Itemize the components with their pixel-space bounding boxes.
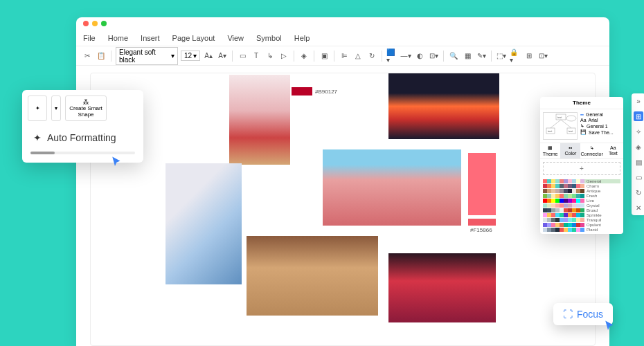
opacity-icon[interactable]: ◐ bbox=[414, 51, 425, 62]
canvas-image[interactable] bbox=[247, 236, 378, 316]
layers2-icon[interactable]: ◈ bbox=[634, 142, 643, 152]
palette-tranquil[interactable]: Tranquil bbox=[543, 218, 620, 222]
svg-point-3 bbox=[566, 116, 576, 121]
lock-icon[interactable]: 🔒▾ bbox=[510, 51, 521, 62]
color-swatch-label: #F15866 bbox=[470, 227, 492, 233]
size-up-icon[interactable]: A▴ bbox=[203, 51, 214, 62]
svg-line-4 bbox=[551, 120, 561, 128]
menu-help[interactable]: Help bbox=[294, 34, 310, 42]
menu-view[interactable]: View bbox=[227, 34, 244, 42]
menubar: File Home Insert Page Layout View Symbol… bbox=[76, 30, 609, 46]
group-icon[interactable]: ⊞ bbox=[524, 51, 535, 62]
size-down-icon[interactable]: A▾ bbox=[217, 51, 228, 62]
tab-text[interactable]: AaText bbox=[603, 143, 623, 158]
sparkle-button[interactable]: ✦ bbox=[28, 95, 47, 121]
format-slider[interactable] bbox=[30, 152, 135, 154]
pen-icon[interactable]: ✎▾ bbox=[476, 51, 487, 62]
add-palette-button[interactable]: + bbox=[543, 162, 620, 175]
rotate-icon[interactable]: ↻ bbox=[366, 51, 377, 62]
min-dot[interactable] bbox=[92, 21, 98, 26]
menu-insert[interactable]: Insert bbox=[141, 34, 160, 42]
app-window: File Home Insert Page Layout View Symbol… bbox=[76, 17, 609, 346]
theme-opt-general1[interactable]: ↳General 1 bbox=[580, 123, 620, 129]
cut-icon[interactable]: ✂ bbox=[82, 51, 93, 62]
crop-icon[interactable]: ⊡▾ bbox=[428, 51, 439, 62]
theme-opt-general[interactable]: ▪▪General bbox=[580, 112, 620, 117]
font-select[interactable]: Elegant soft black▾ bbox=[116, 47, 178, 65]
rect-tool-icon[interactable]: ▭ bbox=[237, 51, 248, 62]
image-icon[interactable]: ▣ bbox=[319, 51, 330, 62]
style-icon[interactable]: ⬚▾ bbox=[496, 51, 507, 62]
more-icon[interactable]: ⊡▾ bbox=[537, 51, 548, 62]
pointer-icon[interactable]: ▷ bbox=[278, 51, 289, 62]
canvas-image[interactable] bbox=[388, 253, 496, 322]
palette-opulent[interactable]: Opulent bbox=[543, 223, 620, 227]
flip-icon[interactable]: △ bbox=[352, 51, 364, 62]
tab-theme[interactable]: ▦Theme bbox=[540, 143, 560, 158]
theme-title: Theme bbox=[540, 97, 623, 109]
menu-file[interactable]: File bbox=[83, 34, 96, 42]
dropdown-button[interactable]: ▾ bbox=[51, 95, 61, 121]
align-icon[interactable]: ⊫ bbox=[339, 51, 350, 62]
layers-icon[interactable]: ◈ bbox=[298, 51, 310, 62]
auto-format-label: Auto Formatting bbox=[47, 132, 116, 143]
copy-icon[interactable]: 📋 bbox=[96, 51, 107, 62]
sparkle-icon: ✦ bbox=[33, 132, 42, 143]
brush-icon[interactable]: ✧ bbox=[634, 127, 643, 136]
canvas-image[interactable] bbox=[388, 73, 499, 139]
close-dot[interactable] bbox=[83, 21, 89, 26]
grid-icon[interactable]: ⊞ bbox=[634, 111, 643, 121]
menu-page-layout[interactable]: Page Layout bbox=[172, 34, 215, 42]
theme-opt-save[interactable]: 💾Save The... bbox=[580, 129, 620, 135]
max-dot[interactable] bbox=[101, 21, 107, 26]
tab-color[interactable]: ▪▪Color bbox=[560, 143, 580, 158]
svg-text:text: text bbox=[569, 129, 573, 133]
focus-label: Focus bbox=[577, 309, 603, 320]
toolbar: ✂ 📋 Elegant soft black▾ 12▾ A▴ A▾ ▭ T ↳ … bbox=[76, 46, 609, 66]
palette-broad[interactable]: Broad bbox=[543, 208, 620, 212]
theme-preview[interactable]: texttexttext bbox=[543, 112, 578, 140]
text-tool-icon[interactable]: T bbox=[251, 51, 262, 62]
palette-list: GeneralCharmAntiqueFreshLiveCrystalBroad… bbox=[540, 178, 623, 234]
history-icon[interactable]: ↻ bbox=[634, 188, 643, 197]
palette-sprinkle[interactable]: Sprinkle bbox=[543, 213, 620, 217]
palette-general[interactable]: General bbox=[543, 179, 620, 183]
page-icon[interactable]: ▤ bbox=[634, 157, 643, 167]
palette-live[interactable]: Live bbox=[543, 199, 620, 203]
palette-fresh[interactable]: Fresh bbox=[543, 194, 620, 198]
canvas-image[interactable] bbox=[229, 75, 290, 165]
canvas-image[interactable] bbox=[323, 149, 461, 226]
palette-antique[interactable]: Antique bbox=[543, 189, 620, 193]
connector-icon[interactable]: ↳ bbox=[265, 51, 276, 62]
menu-home[interactable]: Home bbox=[108, 34, 128, 42]
side-toolbar: » ⊞ ✧ ◈ ▤ ▭ ↻ ✕ bbox=[632, 93, 644, 215]
palette-crystal[interactable]: Crystal bbox=[543, 203, 620, 208]
auto-format-row[interactable]: ✦ Auto Formatting bbox=[28, 127, 138, 149]
color-swatch[interactable]: #B90127 bbox=[292, 87, 337, 95]
line-icon[interactable]: —▾ bbox=[400, 51, 411, 62]
svg-text:text: text bbox=[557, 116, 562, 119]
canvas-image[interactable] bbox=[166, 163, 242, 284]
palette-charm[interactable]: Charm bbox=[543, 184, 620, 188]
palette-placid[interactable]: Placid bbox=[543, 228, 620, 232]
zoom-icon[interactable]: 🔍 bbox=[448, 51, 459, 62]
theme-opt-arial[interactable]: AaArial bbox=[580, 118, 620, 122]
cursor-icon bbox=[111, 156, 123, 171]
tab-connector[interactable]: ↳Connector bbox=[580, 143, 602, 158]
shuffle-icon[interactable]: ✕ bbox=[634, 203, 643, 212]
fill-icon[interactable]: 🟦▾ bbox=[386, 51, 397, 62]
canvas[interactable]: #B90127 #F15866 bbox=[90, 73, 596, 346]
format-popup: ✦ ▾ ⁂Create Smart Shape ✦ Auto Formattin… bbox=[22, 90, 143, 163]
outline-icon[interactable]: ▭ bbox=[634, 172, 643, 182]
size-select[interactable]: 12▾ bbox=[181, 51, 200, 61]
focus-icon: ⛶ bbox=[563, 309, 573, 320]
create-smart-shape-button[interactable]: ⁂Create Smart Shape bbox=[65, 95, 107, 121]
color-swatch[interactable] bbox=[468, 219, 496, 226]
cursor-icon bbox=[604, 320, 616, 335]
canvas-image[interactable] bbox=[468, 153, 496, 215]
titlebar bbox=[76, 17, 609, 30]
expand-icon[interactable]: » bbox=[634, 96, 643, 106]
menu-symbol[interactable]: Symbol bbox=[256, 34, 282, 42]
fit-icon[interactable]: ▦ bbox=[462, 51, 473, 62]
svg-text:text: text bbox=[548, 129, 553, 133]
